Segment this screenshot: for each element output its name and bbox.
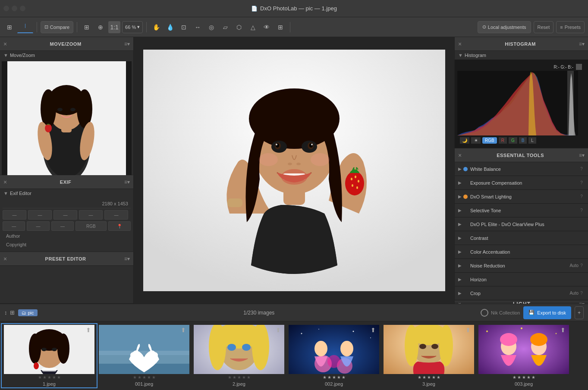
hist-color-indicator xyxy=(576,64,582,70)
tool-crop[interactable]: ▶ Crop Auto ? xyxy=(455,286,588,300)
tool-noise-reduction[interactable]: ▶ Noise Reduction Auto ? xyxy=(455,259,588,273)
histogram-title: HISTOGRAM xyxy=(462,41,579,47)
vignette-tool[interactable]: ⬡ xyxy=(233,21,245,33)
adj-icon: ⊙ xyxy=(482,24,486,30)
exif-field-6[interactable]: — xyxy=(3,221,25,231)
thumb-item-3[interactable]: ⬆ ★★★★★ 2.jpeg xyxy=(192,324,286,387)
exif-content: 2180 x 1453 — — — — — — — — RGB 📍 A xyxy=(0,198,133,252)
move-zoom-close[interactable]: × xyxy=(3,41,7,47)
histogram-canvas xyxy=(457,71,578,135)
fit-btn[interactable]: ⊞ xyxy=(81,21,93,33)
histogram-menu[interactable]: ≡▾ xyxy=(579,41,585,47)
repair-tool[interactable]: ◎ xyxy=(205,21,217,33)
svg-point-82 xyxy=(419,344,426,349)
preset-menu[interactable]: ≡▾ xyxy=(124,256,130,262)
export-more-btn[interactable]: + xyxy=(575,306,584,319)
exif-field-3[interactable]: — xyxy=(53,210,77,220)
exif-menu[interactable]: ≡▾ xyxy=(124,179,130,185)
compare-btn[interactable]: ⊡ Compare xyxy=(41,21,73,33)
1to1-btn[interactable]: 1:1 xyxy=(108,21,120,33)
st-info: ? xyxy=(579,208,585,213)
nik-collection-btn[interactable]: Nik Collection xyxy=(481,309,520,317)
tool-clearview[interactable]: ▶ DxO PL Elite - DxO ClearView Plus xyxy=(455,217,588,231)
exif-field-rgb[interactable]: RGB xyxy=(75,221,106,231)
et-menu[interactable]: ≡▾ xyxy=(579,152,585,158)
tool-exposure[interactable]: ▶ Exposure Compensation ? xyxy=(455,176,588,190)
graduated-filter[interactable]: △ xyxy=(247,21,259,33)
svg-point-36 xyxy=(351,178,352,180)
info-tool[interactable]: ⊞ xyxy=(274,21,286,33)
svg-point-87 xyxy=(556,333,557,334)
thumb-stars-2: ★★★★★ xyxy=(133,374,156,381)
sort-btn[interactable]: ↕ xyxy=(4,309,7,316)
hand-tool[interactable]: ✋ xyxy=(150,21,162,33)
svg-point-33 xyxy=(311,153,330,166)
wb-picker[interactable]: 💧 xyxy=(164,21,176,33)
tool-selective-tone[interactable]: ▶ Selective Tone ? xyxy=(455,204,588,217)
exif-close[interactable]: × xyxy=(3,179,7,186)
svg-point-67 xyxy=(301,333,302,334)
exif-field-7[interactable]: — xyxy=(27,221,49,231)
maximize-btn[interactable] xyxy=(20,6,25,11)
svg-point-70 xyxy=(370,337,371,338)
g-btn[interactable]: G xyxy=(509,137,517,144)
image-viewer[interactable] xyxy=(134,37,454,304)
tool-color-acc[interactable]: ▶ Color Accentuation xyxy=(455,245,588,259)
exif-field-4[interactable]: — xyxy=(79,210,103,220)
filter-btn[interactable]: ⊞ xyxy=(10,309,15,316)
rgb-btn[interactable]: RGB xyxy=(482,137,497,144)
zoom-btn[interactable]: ⊕ xyxy=(94,21,107,33)
exif-field-location[interactable]: 📍 xyxy=(108,221,131,231)
thumb-item-6[interactable]: ⬆ ★★★★★ 003.jpeg xyxy=(476,324,571,387)
eye-tool[interactable]: 👁 xyxy=(261,21,273,33)
thumb-item-1[interactable]: ⬆ ★★★★★ 1.jpeg xyxy=(2,324,97,387)
svg-point-28 xyxy=(288,163,292,165)
et-close[interactable]: × xyxy=(458,152,462,159)
b-btn[interactable]: B xyxy=(519,137,527,144)
exp-name: Exposure Compensation xyxy=(470,180,579,186)
preset-close[interactable]: × xyxy=(3,255,7,262)
local-adj-btn[interactable]: ⊙ Local adjustments xyxy=(478,21,531,33)
tool-contrast[interactable]: ▶ Contrast xyxy=(455,231,588,245)
window-title: DxO PhotoLab — pic — 1.jpeg xyxy=(260,5,337,12)
exif-author-row: Author xyxy=(3,232,131,240)
preset-title: PRESET EDITOR xyxy=(7,256,124,261)
tool-white-balance[interactable]: ▶ White Balance ? xyxy=(455,162,588,176)
thumb-name-4: 002.jpeg xyxy=(325,381,343,387)
r-btn[interactable]: R xyxy=(499,137,507,144)
horizon-tool[interactable]: ↔ xyxy=(192,21,204,33)
thumb-img-3: ⬆ xyxy=(194,325,284,374)
library-btn[interactable]: ⊞ xyxy=(3,21,16,33)
thumb-item-5[interactable]: ⬆ ★★★★★ 3.jpeg xyxy=(381,324,476,387)
zoom-display: 66 % ▾ xyxy=(122,21,143,33)
mask-tool[interactable]: ▱ xyxy=(219,21,231,33)
crop-tool[interactable]: ⊡ xyxy=(178,21,190,33)
customize-tab[interactable]: | xyxy=(17,21,33,33)
et-title: ESSENTIAL TOOLS xyxy=(497,153,544,158)
presets-btn[interactable]: ≡ Presets xyxy=(556,21,585,33)
exif-field-2[interactable]: — xyxy=(28,210,52,220)
reset-btn[interactable]: Reset xyxy=(534,21,554,33)
svg-rect-48 xyxy=(42,368,57,371)
exif-field-1[interactable]: — xyxy=(3,210,26,220)
tool-horizon[interactable]: ▶ Horizon xyxy=(455,273,588,286)
exif-field-8[interactable]: — xyxy=(51,221,74,231)
tool-smart-lighting[interactable]: ▶ DxO Smart Lighting ? xyxy=(455,190,588,204)
con-name: Contrast xyxy=(470,236,585,241)
moon-btn[interactable]: 🌙 xyxy=(460,137,469,144)
exif-field-5[interactable]: — xyxy=(104,210,128,220)
svg-point-69 xyxy=(353,331,354,332)
minimize-btn[interactable] xyxy=(12,6,17,11)
sun-btn[interactable]: ☀ xyxy=(471,137,481,144)
svg-point-10 xyxy=(70,108,75,111)
thumb-item-4[interactable]: ⬆ ★★★★★ 002.jpeg xyxy=(286,324,381,387)
histogram-close[interactable]: × xyxy=(458,41,462,47)
close-btn[interactable] xyxy=(3,6,9,11)
export-btn[interactable]: 💾 Export to disk xyxy=(523,306,571,319)
l-btn[interactable]: L xyxy=(528,137,536,144)
nr-name: Noise Reduction xyxy=(470,263,569,268)
move-zoom-menu[interactable]: ≡▾ xyxy=(124,41,130,47)
thumb-item-2[interactable]: ⬆ ★★★★★ 001.jpeg xyxy=(97,324,192,387)
thumb-img-4: ⬆ xyxy=(289,325,379,374)
move-zoom-header: × MOVE/ZOOM ≡▾ xyxy=(0,37,133,51)
